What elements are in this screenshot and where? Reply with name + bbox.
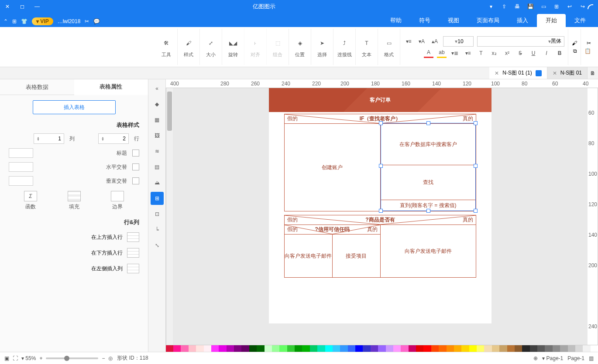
palette-swatch[interactable] [340, 345, 347, 352]
ribbon-rotate[interactable]: ◢◣旋转 [222, 29, 244, 65]
insert-row-below[interactable]: 在下方插入行 [9, 248, 139, 258]
palette-swatch[interactable] [355, 345, 363, 352]
font-select[interactable]: 黑体▾ [477, 36, 564, 47]
header-color[interactable] [9, 148, 33, 158]
open-icon[interactable]: ▭ [540, 3, 547, 10]
maximize-icon[interactable]: ◻ [18, 3, 26, 10]
palette-swatch[interactable] [181, 345, 188, 352]
menu-tab-insert[interactable]: 插入 [508, 14, 537, 27]
halt-color[interactable] [9, 162, 33, 172]
palette-swatch[interactable] [591, 345, 598, 352]
copy-icon[interactable]: ⧉ [573, 48, 577, 54]
palette-swatch[interactable] [461, 345, 469, 352]
palette-swatch[interactable] [423, 345, 431, 352]
theme-icon[interactable]: 👕 [21, 18, 27, 24]
page-tool-icon[interactable]: ▤ [151, 160, 164, 173]
doc-tab-1-close-icon[interactable]: ✕ [553, 70, 557, 76]
grid-icon[interactable]: ⊞ [12, 18, 17, 24]
collapse-toggle-icon[interactable]: » [151, 82, 164, 95]
palette-swatch[interactable] [348, 345, 355, 352]
palette-swatch[interactable] [416, 345, 423, 352]
vertical-scrollbar[interactable] [166, 88, 173, 345]
palette-swatch[interactable] [447, 345, 454, 352]
menu-tab-layout[interactable]: 页面布局 [468, 14, 508, 27]
palette-swatch[interactable] [484, 345, 491, 352]
ribbon-combine[interactable]: ⬚组合 [266, 29, 289, 65]
ribbon-align[interactable]: ⫞对齐 [244, 29, 266, 65]
superscript-icon[interactable]: x² [502, 48, 512, 58]
palette-swatch[interactable] [522, 345, 529, 352]
palette-swatch[interactable] [492, 345, 499, 352]
func-option[interactable]: Σ函数 [24, 191, 37, 211]
underline-icon[interactable]: U [529, 48, 538, 58]
scrollbar-thumb[interactable] [167, 92, 172, 131]
insert-row-above[interactable]: 在上方插入行 [9, 232, 139, 242]
fill-tool-icon[interactable]: ◆ [151, 98, 164, 111]
cut-icon[interactable]: ✂ [587, 40, 591, 46]
zoom-knob[interactable] [64, 356, 69, 361]
palette-swatch[interactable] [325, 345, 333, 352]
cell-accept[interactable]: 接受项目 [332, 235, 380, 277]
menu-tab-symbol[interactable]: 符号 [410, 14, 439, 27]
palette-swatch[interactable] [302, 345, 309, 352]
subscript-icon[interactable]: x₂ [489, 48, 499, 58]
page-button-icon[interactable]: ▥ [589, 355, 594, 361]
palette-swatch[interactable] [545, 345, 552, 352]
palette-swatch[interactable] [378, 345, 385, 352]
format-painter-icon[interactable]: 🖌 [572, 40, 577, 46]
chart-tool-icon[interactable]: ⛰ [151, 176, 164, 189]
palette-swatch[interactable] [317, 345, 325, 352]
grow-font-icon[interactable]: A▴ [430, 37, 440, 46]
menu-tab-help[interactable]: 帮助 [381, 14, 410, 27]
palette-swatch[interactable] [499, 345, 507, 352]
ribbon-connector[interactable]: ⤴连接线 [333, 29, 355, 65]
insert-col-left[interactable]: 在左侧插入列 [9, 264, 139, 273]
zoom-slider[interactable] [46, 357, 98, 359]
palette-swatch[interactable] [272, 345, 279, 352]
valt-color[interactable] [9, 176, 33, 186]
palette-swatch[interactable] [515, 345, 522, 352]
expand-icon[interactable]: ⌃ [3, 18, 8, 24]
palette-swatch[interactable] [439, 345, 446, 352]
align-dd-icon[interactable]: ≡▾ [404, 37, 413, 46]
handle-bl[interactable] [474, 209, 478, 213]
cell-email2[interactable]: 向客户发送电子邮件 [285, 235, 332, 277]
vip-badge[interactable]: VIP ▾ [32, 17, 53, 25]
export-icon[interactable]: ⇪ [500, 3, 508, 10]
handle-br[interactable] [379, 209, 383, 213]
palette-swatch[interactable] [553, 345, 560, 352]
palette-swatch[interactable] [393, 345, 401, 352]
palette-swatch[interactable] [371, 345, 378, 352]
minimize-icon[interactable]: — [33, 3, 41, 10]
palette-swatch[interactable] [204, 345, 211, 352]
more-icon[interactable]: ▾ [487, 3, 495, 10]
palette-swatch[interactable] [537, 345, 545, 352]
palette-swatch[interactable] [189, 345, 196, 352]
palette-swatch[interactable] [211, 345, 219, 352]
chat-icon[interactable]: 💬 [93, 18, 100, 24]
border-option[interactable]: 边界 [111, 191, 124, 211]
menu-tab-view[interactable]: 视图 [439, 14, 468, 27]
halt-checkbox[interactable] [132, 163, 139, 170]
handle-mr[interactable] [379, 164, 383, 168]
handle-tl[interactable] [474, 121, 478, 125]
zoom-value[interactable]: 55% ▾ [21, 355, 36, 361]
palette-swatch[interactable] [173, 345, 181, 352]
doc-home-icon[interactable]: 🗎 [588, 70, 598, 76]
highlight-icon[interactable]: ab [437, 48, 447, 58]
insert-table-button[interactable]: 插入表格 [33, 100, 116, 114]
new-icon[interactable]: ⊞ [553, 3, 560, 10]
palette-swatch[interactable] [363, 345, 370, 352]
resize-tool-icon[interactable]: ⤡ [151, 239, 164, 252]
palette-swatch[interactable] [295, 345, 302, 352]
size-select[interactable]: 10 ▾ [443, 36, 474, 47]
ribbon-size[interactable]: ⤢大小 [199, 29, 222, 65]
layers-tool-icon[interactable]: ≋ [151, 145, 164, 158]
fill-option[interactable]: 填充 [68, 191, 81, 211]
present-icon[interactable]: ▣ [4, 355, 9, 361]
palette-swatch[interactable] [265, 345, 272, 352]
ribbon-style[interactable]: 🖌样式 [177, 29, 199, 65]
ribbon-format[interactable]: ▭格式 [378, 29, 400, 65]
if-block-1[interactable]: 真的 IF（查找老客户） 假的 在客户数据库中搜索客户 查找 直到(顾客名字 =… [284, 114, 476, 211]
palette-swatch[interactable] [568, 345, 575, 352]
